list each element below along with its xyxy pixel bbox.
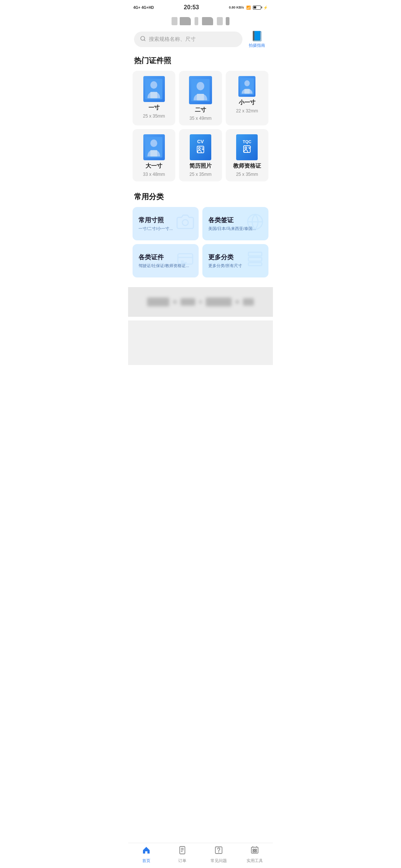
cat-card-gengduo[interactable]: 更多分类 更多分类/所有尺寸 <box>202 244 268 277</box>
svg-rect-28 <box>248 257 262 261</box>
photo-card-yicun[interactable]: 一寸 25 x 35mm <box>133 71 175 125</box>
cat-icon-zhengjian <box>176 250 194 272</box>
card-name-yicun: 一寸 <box>149 104 160 111</box>
blur-content <box>147 297 254 306</box>
blurred-banner <box>128 287 273 317</box>
photo-thumb-ercun <box>189 76 212 104</box>
tqc-label: TQC <box>243 139 251 144</box>
card-size-dayicun: 33 x 48mm <box>143 172 165 177</box>
svg-line-1 <box>144 40 145 41</box>
cat-card-zhengjian[interactable]: 各类证件 驾驶证/社保证/教师资格证... <box>133 244 199 277</box>
wifi-icon: 📶 <box>246 6 251 10</box>
card-size-jiaoshi: 25 x 35mm <box>236 172 258 177</box>
svg-point-12 <box>150 139 157 147</box>
guide-label: 拍摄指南 <box>249 43 265 48</box>
photo-card-jiaoshi[interactable]: TQC 教师资格证 25 x 35mm <box>226 129 268 181</box>
app-logo-area <box>128 13 273 30</box>
card-size-jianli: 25 x 35mm <box>189 172 211 177</box>
cat-card-qianzheng[interactable]: 各类签证 美国/日本/马来西亚/泰国... <box>202 207 268 240</box>
card-name-dayicun: 大一寸 <box>146 162 162 170</box>
status-bar: 4G+ 4G+HD 20:53 0.80 KB/s 📶 ⚡ <box>128 0 273 13</box>
svg-rect-27 <box>248 252 262 256</box>
photo-thumb-dayicun <box>143 134 165 160</box>
svg-point-15 <box>198 148 200 149</box>
svg-point-20 <box>182 220 188 226</box>
signal-info: 4G+ 4G+HD <box>133 6 154 10</box>
system-icons: 0.80 KB/s 📶 ⚡ <box>229 6 268 10</box>
cv-label: CV <box>197 139 204 144</box>
svg-rect-10 <box>244 89 250 93</box>
card-name-ercun: 二寸 <box>195 106 206 114</box>
svg-rect-18 <box>244 146 250 152</box>
hot-section-title: 热门证件照 <box>128 54 273 71</box>
photo-card-jianli[interactable]: CV 简历照片 25 x 35mm <box>179 129 222 181</box>
photo-thumb-jianli: CV <box>190 134 211 160</box>
tqc-icon <box>242 145 251 155</box>
photo-grid: 一寸 25 x 35mm 二寸 35 x 49mm <box>128 71 273 189</box>
svg-rect-29 <box>248 263 262 266</box>
svg-point-3 <box>150 81 157 89</box>
cv-icon <box>196 145 205 156</box>
cat-card-cunzhao[interactable]: 常用寸照 一寸/二寸/小一寸... <box>133 207 199 240</box>
clock: 20:53 <box>184 4 199 11</box>
app-logo <box>172 17 229 25</box>
network-label: 4G+ 4G+HD <box>133 6 154 10</box>
search-placeholder: 搜索规格名称、尺寸 <box>149 36 196 43</box>
svg-rect-7 <box>197 94 204 101</box>
card-size-xiaoyicun: 22 x 32mm <box>236 108 258 114</box>
category-section: 常用分类 常用寸照 一寸/二寸/小一寸... 各类签证 美国/日本/马来西亚/泰… <box>128 189 273 283</box>
card-name-xiaoyicun: 小一寸 <box>239 99 255 106</box>
guide-icon: 📘 <box>251 30 263 42</box>
search-section: 搜索规格名称、尺寸 📘 拍摄指南 <box>128 30 273 54</box>
data-speed: 0.80 KB/s <box>229 6 244 9</box>
cat-icon-qianzheng <box>246 213 264 234</box>
svg-rect-13 <box>150 150 157 157</box>
photo-thumb-xiaoyicun <box>238 76 255 97</box>
battery-icon <box>253 6 261 10</box>
search-bar[interactable]: 搜索规格名称、尺寸 <box>134 32 242 47</box>
category-grid: 常用寸照 一寸/二寸/小一寸... 各类签证 美国/日本/马来西亚/泰国... <box>128 207 273 277</box>
cat-icon-gengduo <box>246 250 264 272</box>
svg-point-6 <box>197 82 205 90</box>
photo-thumb-jiaoshi: TQC <box>236 134 258 160</box>
search-icon <box>140 36 146 43</box>
photo-card-xiaoyicun[interactable]: 小一寸 22 x 32mm <box>226 71 268 125</box>
card-name-jianli: 简历照片 <box>189 162 212 170</box>
photo-thumb-yicun <box>143 76 165 102</box>
gray-spacer <box>128 320 273 365</box>
card-size-yicun: 25 x 35mm <box>143 114 165 119</box>
svg-point-9 <box>244 80 250 86</box>
card-size-ercun: 35 x 49mm <box>189 116 211 121</box>
svg-rect-4 <box>150 92 157 98</box>
card-name-jiaoshi: 教师资格证 <box>233 162 261 170</box>
guide-button[interactable]: 📘 拍摄指南 <box>247 30 267 48</box>
svg-point-19 <box>245 147 247 149</box>
photo-card-ercun[interactable]: 二寸 35 x 49mm <box>179 71 222 125</box>
bolt-icon: ⚡ <box>263 6 268 10</box>
category-section-title: 常用分类 <box>128 190 273 207</box>
photo-card-dayicun[interactable]: 大一寸 33 x 48mm <box>133 129 175 181</box>
cat-icon-cunzhao <box>176 213 194 234</box>
